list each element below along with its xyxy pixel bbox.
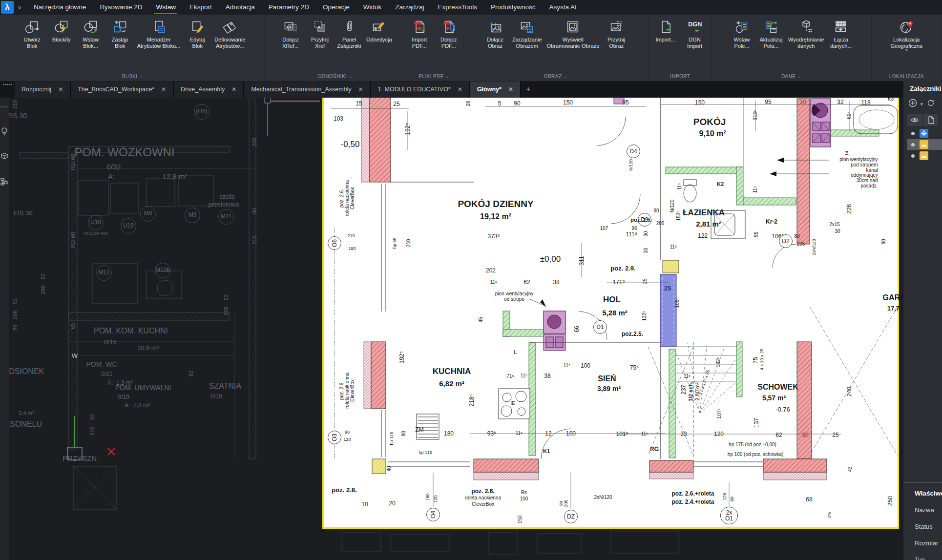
document-tab-rozpocznij[interactable]: Rozpocznij✕ <box>15 81 71 98</box>
menu-tab-widok[interactable]: Widok <box>357 0 388 15</box>
plus-icon[interactable] <box>908 99 917 109</box>
plan-annotation: 66 <box>574 326 580 332</box>
ribbon-button-wyodrębnianie[interactable]: Wyodrębnianie danych <box>786 16 826 71</box>
eye-icon[interactable] <box>907 114 922 126</box>
paperclip-icon <box>341 19 357 35</box>
menu-tab-produktywno-[interactable]: Produktywność <box>484 0 542 15</box>
ribbon-group-buttons: Import PDF...Dołącz PDF... <box>405 15 463 71</box>
menu-tab-wstaw[interactable]: Wstaw <box>149 0 182 15</box>
cad-text-label: 0/32 <box>106 163 121 171</box>
ribbon-button-panel[interactable]: Panel Załączniki <box>335 16 364 71</box>
ribbon-group-label[interactable]: BLOKI⌄ <box>0 71 265 81</box>
data-extract-icon <box>798 19 815 35</box>
ribbon-button-import[interactable]: Import PDF... <box>405 16 434 71</box>
chevron-down-icon[interactable]: ⌄ <box>139 74 143 79</box>
menu-tab-parametry-2d[interactable]: Parametry 2D <box>262 0 315 15</box>
bulb-icon[interactable] <box>0 127 8 136</box>
app-logo-icon[interactable]: λ <box>1 1 14 14</box>
cad-text-label: 210 <box>12 100 18 109</box>
close-icon[interactable]: ✕ <box>58 86 63 93</box>
plan-annotation: 38 <box>553 279 559 286</box>
attachment-row[interactable] <box>907 150 942 161</box>
attachment-row[interactable] <box>907 139 942 150</box>
document-tab-mechanical-transmission-assembly[interactable]: Mechanical_Transmission_Assembly✕ <box>244 81 371 98</box>
chevron-down-icon[interactable]: ⌄ <box>349 74 353 79</box>
ribbon-group-label[interactable]: OBRAZ⌄ <box>463 71 649 81</box>
ribbon-button-przytnij[interactable]: Przytnij Xref <box>305 16 335 71</box>
plan-annotation: K2 <box>717 182 724 187</box>
menu-tab-asysta-ai[interactable]: Asysta AI <box>543 0 583 15</box>
cad-text-label: SZATNIA <box>209 382 241 391</box>
menu-tab-narz-dzia-g-wne[interactable]: Narzędzia główne <box>27 0 92 15</box>
attachment-row[interactable] <box>907 128 942 139</box>
ribbon-button-zastąp[interactable]: Zastąp Blok <box>105 16 135 71</box>
ribbon-button-łącza[interactable]: Łącza danych... <box>826 16 856 71</box>
close-icon[interactable]: ✕ <box>508 86 513 93</box>
plan-annotation: 38 <box>544 373 550 379</box>
menu-tab-eksport[interactable]: Eksport <box>183 0 218 15</box>
tab-overflow-icon[interactable] <box>0 81 15 98</box>
bricscad-window: λ∨Narzędzia główneRysowanie 2DWstawEkspo… <box>0 0 942 560</box>
ribbon-button-dołącz[interactable]: Dołącz XRef... <box>276 16 305 71</box>
ribbon-group-label[interactable]: ODNOŚNIKI⌄ <box>266 71 405 81</box>
document-tab-the-bricscad-workspace-[interactable]: The_BricsCAD_Workspace*✕ <box>71 81 174 98</box>
menu-tab-zarz-dzaj[interactable]: Zarządzaj <box>389 0 430 15</box>
ribbon-group-label[interactable]: PLIKI PDF⌄ <box>405 71 463 81</box>
chevron-down-icon[interactable]: ⌄ <box>445 74 449 79</box>
menu-tab-operacje[interactable]: Operacje <box>316 0 356 15</box>
ribbon-button-label: Definiowanie Atrybutów... <box>214 37 245 49</box>
plan-annotation: POKÓJ DZIENNY <box>458 199 533 209</box>
ribbon-button-dołącz[interactable]: Dołącz Obraz <box>481 16 510 71</box>
image-file-icon[interactable] <box>920 151 928 160</box>
plan-annotation: 107 <box>600 226 608 231</box>
chevron-down-icon[interactable]: ∨ <box>18 4 21 11</box>
cad-text-label: EIS 30 <box>6 112 27 120</box>
plan-annotation: 132⁵ <box>642 311 648 321</box>
close-icon[interactable]: ✕ <box>161 86 166 93</box>
document-tab-g-wny-[interactable]: Główny*✕ <box>470 81 521 98</box>
file-icon[interactable] <box>923 114 938 126</box>
structure-icon[interactable] <box>0 178 8 187</box>
ribbon-button-definiowanie[interactable]: Definiowanie Atrybutów... <box>212 16 248 71</box>
document-tab-1-modulo-educativo-[interactable]: 1. MODULO EDUCATIVO*✕ <box>371 81 470 98</box>
plan-annotation: SCHOWEK <box>757 383 798 391</box>
image-file-icon[interactable] <box>920 140 928 149</box>
caret-down-icon[interactable]: ▾ <box>921 102 923 106</box>
ribbon-button-aktualizuj[interactable]: Aktualizuj Pola... <box>756 16 786 71</box>
chevron-down-icon[interactable]: ⌄ <box>564 74 567 79</box>
plan-annotation: D4 <box>627 145 640 158</box>
chevron-down-icon[interactable]: ⌄ <box>797 74 801 79</box>
menu-tab-rysowanie-2d[interactable]: Rysowanie 2D <box>93 0 148 15</box>
menu-tab-expresstools[interactable]: ExpressTools <box>432 0 483 15</box>
ribbon-button-dgn[interactable]: DGNDGN Import <box>680 16 710 71</box>
close-icon[interactable]: ✕ <box>358 86 363 93</box>
refresh-icon[interactable] <box>926 99 935 109</box>
ribbon-button-odnedycja[interactable]: Odnedycja <box>364 16 395 71</box>
ribbon-button-dołącz[interactable]: Dołącz PDF... <box>434 16 463 71</box>
status-dot <box>911 154 915 158</box>
ribbon-button-wyświetl[interactable]: Wyświetl Obramowanie Obrazu <box>544 16 602 71</box>
cad-text-label: 92 <box>223 294 229 300</box>
ribbon-button-menadżer[interactable]: Menadżer Atrybutów Bloku... <box>135 16 183 71</box>
plan-annotation: 19,12 m² <box>480 212 511 221</box>
drawing-area[interactable]: POM. WÓZKOWNI0/32A:12,8 m²szafaprzelotow… <box>0 98 942 560</box>
ribbon-button-edytuj[interactable]: Edytuj Blok <box>183 16 212 71</box>
new-tab-button[interactable]: + <box>521 81 535 98</box>
ribbon-group-label[interactable]: DANE⌄ <box>712 71 871 81</box>
ribbon-button-zarządzanie[interactable]: Zarządzanie Obrazem <box>510 16 544 71</box>
close-icon[interactable]: ✕ <box>231 86 236 93</box>
ribbon-button-wstaw[interactable]: Wstaw Pole... <box>727 16 756 71</box>
ribbon-button-przytnij[interactable]: Przytnij Obraz <box>602 16 631 71</box>
ribbon-button-blockify[interactable]: Blockify <box>47 16 76 71</box>
attached-floorplan-image[interactable]: 1525103-0,50192⁵2659015095150953032118K3… <box>324 98 898 527</box>
ribbon-button-wstaw[interactable]: Wstaw Blok... <box>76 16 105 71</box>
dwg-file-icon[interactable] <box>920 129 928 138</box>
document-tab-drive-assembly[interactable]: Drive_Assembly✕ <box>174 81 244 98</box>
ribbon-group-label-text: DANE <box>781 74 795 79</box>
ribbon-button-lokalizacja[interactable]: Lokalizacja Geograficzna▾ <box>888 16 925 71</box>
cube-icon[interactable] <box>0 152 8 161</box>
ribbon-button-import-[interactable]: Import... <box>651 16 680 71</box>
ribbon-button-utwórz[interactable]: Utwórz Blok <box>18 16 47 71</box>
menu-tab-adnotacja[interactable]: Adnotacja <box>219 0 261 15</box>
close-icon[interactable]: ✕ <box>458 86 462 93</box>
